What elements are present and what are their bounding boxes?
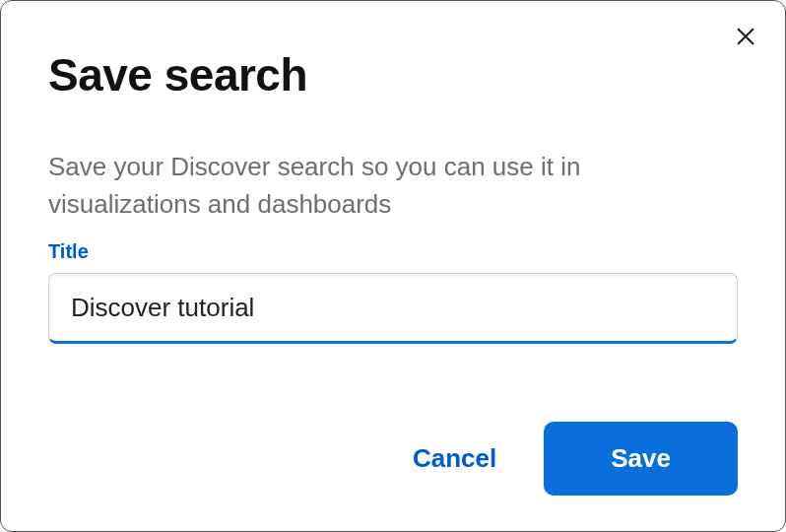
title-input[interactable] — [48, 273, 738, 344]
modal-footer: Cancel Save — [409, 422, 738, 496]
close-icon — [735, 26, 756, 47]
save-button[interactable]: Save — [544, 422, 738, 496]
save-search-modal: Save search Save your Discover search so… — [0, 0, 786, 532]
modal-description: Save your Discover search so you can use… — [48, 149, 738, 223]
cancel-button[interactable]: Cancel — [409, 435, 500, 482]
close-button[interactable] — [730, 21, 761, 52]
title-field-label: Title — [48, 240, 738, 263]
modal-title: Save search — [48, 48, 738, 101]
